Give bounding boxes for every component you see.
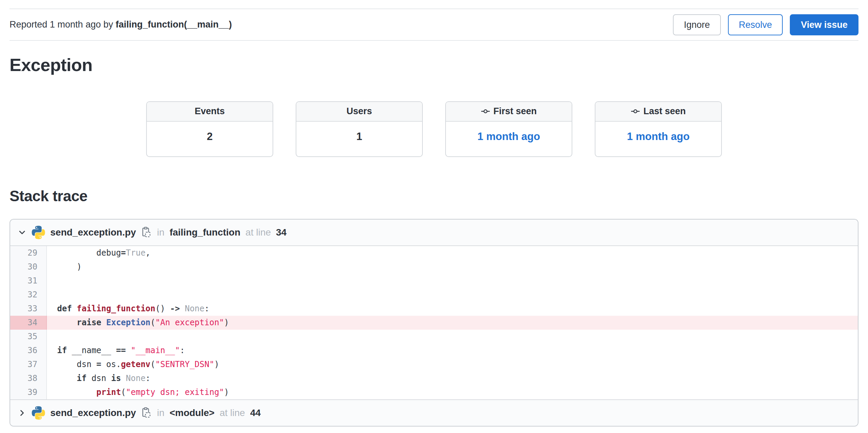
code-text [47,330,858,344]
stat-card-header: Events [147,102,273,122]
resolve-button[interactable]: Resolve [728,14,783,35]
stat-card-header: First seen [446,102,572,122]
ignore-button[interactable]: Ignore [673,14,721,35]
stat-card-header: Last seen [595,102,721,122]
issue-actions: Ignore Resolve View issue [673,14,858,35]
line-number: 31 [10,274,47,288]
reported-meta: Reported 1 month ago by failing_function… [10,19,232,30]
python-icon [32,226,45,239]
frame-filename: send_exception.py [50,408,136,418]
reporter-name: failing_function(__main__) [116,19,232,30]
code-line-36: 36if __name__ == "__main__": [10,344,858,358]
report-header-bar: Reported 1 month ago by failing_function… [10,8,858,41]
code-text: dsn = os.getenv("SENTRY_DSN") [47,358,858,371]
stat-card-header: Users [296,102,422,122]
copy-icon[interactable] [140,226,152,239]
code-line-29: 29 debug=True, [10,246,858,260]
events-count: 2 [147,122,273,156]
first-seen-link[interactable]: 1 month ago [446,122,572,156]
frame-in-label: in [157,408,164,418]
code-text [47,274,858,288]
stats-row: Events 2 Users 1 First seen 1 [10,101,858,157]
code-line-34-highlighted: 34 raise Exception("An exception") [10,316,858,330]
line-number: 29 [10,246,47,260]
frame-filename: send_exception.py [50,227,136,238]
code-text: if dsn is None: [47,371,858,385]
frame-line-number: 34 [276,227,287,238]
line-number: 36 [10,344,47,358]
line-number: 30 [10,260,47,274]
line-number: 39 [10,385,47,399]
code-text: raise Exception("An exception") [47,316,858,330]
last-seen-link[interactable]: 1 month ago [595,122,721,156]
stack-frame-header-expanded[interactable]: send_exception.py in failing_function at… [10,220,858,246]
code-text: if __name__ == "__main__": [47,344,858,358]
code-line-32: 32 [10,288,858,302]
frame-in-label: in [157,227,164,238]
chevron-down-icon [18,228,27,237]
line-number: 32 [10,288,47,302]
frame-at-line-label: at line [220,408,245,418]
code-line-30: 30 ) [10,260,858,274]
frame-function: <module> [170,408,214,418]
commit-icon [481,107,490,116]
line-number: 38 [10,371,47,385]
code-text: debug=True, [47,246,858,260]
stat-card-label: First seen [493,106,537,117]
stat-card-label: Events [195,106,225,117]
frame-line-number: 44 [250,408,261,418]
code-line-39: 39 print("empty dsn; exiting") [10,385,858,399]
users-count: 1 [296,122,422,156]
line-number: 34 [10,316,47,330]
stack-trace-title: Stack trace [10,188,858,205]
reported-prefix: Reported 1 month ago by [10,19,113,30]
exception-report-page: Reported 1 month ago by failing_function… [0,8,868,427]
code-text: print("empty dsn; exiting") [47,385,858,399]
stat-card-label: Last seen [643,106,686,117]
copy-icon[interactable] [140,406,152,419]
code-text [47,288,858,302]
chevron-right-icon [18,409,27,417]
code-line-31: 31 [10,274,858,288]
code-line-33: 33def failing_function() -> None: [10,302,858,316]
code-text: def failing_function() -> None: [47,302,858,316]
stat-card-users: Users 1 [296,101,423,157]
frame-at-line-label: at line [245,227,271,238]
commit-icon [631,107,640,116]
stat-card-first-seen: First seen 1 month ago [445,101,572,157]
stat-card-events: Events 2 [146,101,273,157]
stat-card-last-seen: Last seen 1 month ago [595,101,722,157]
line-number: 37 [10,358,47,371]
frame-function: failing_function [170,227,240,238]
line-number: 33 [10,302,47,316]
code-line-38: 38 if dsn is None: [10,371,858,385]
python-icon [32,406,45,420]
page-title: Exception [10,55,858,75]
code-line-35: 35 [10,330,858,344]
view-issue-button[interactable]: View issue [790,14,858,35]
code-line-37: 37 dsn = os.getenv("SENTRY_DSN") [10,358,858,371]
line-number: 35 [10,330,47,344]
stack-trace-container: send_exception.py in failing_function at… [10,219,858,427]
code-text: ) [47,260,858,274]
stack-frame-header-collapsed[interactable]: send_exception.py in <module> at line 44 [10,399,858,426]
code-block: 29 debug=True,30 )313233def failing_func… [10,246,858,399]
stat-card-label: Users [346,106,372,117]
